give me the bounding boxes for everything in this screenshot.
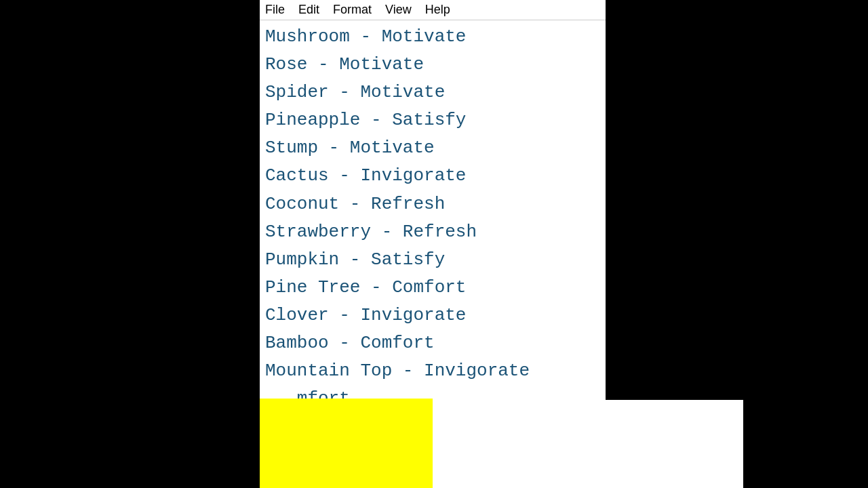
list-item: Mountain Top - Invigorate — [260, 357, 606, 385]
menubar: File Edit Format View Help — [260, 0, 606, 20]
list-item: Bamboo - Comfort — [260, 329, 606, 357]
left-black-panel — [0, 0, 260, 488]
list-item: Pine Tree - Comfort — [260, 274, 606, 302]
list-item: Mushroom - Motivate — [260, 23, 606, 51]
menu-view[interactable]: View — [382, 1, 414, 18]
menu-edit[interactable]: Edit — [296, 1, 322, 18]
list-item: Stump - Motivate — [260, 134, 606, 162]
yellow-highlight-overlay — [260, 399, 433, 488]
list-item: Strawberry - Refresh — [260, 218, 606, 246]
list-item: Rose - Motivate — [260, 51, 606, 79]
menu-format[interactable]: Format — [330, 1, 374, 18]
list-item: Clover - Invigorate — [260, 302, 606, 329]
list-item: Spider - Motivate — [260, 79, 606, 106]
bottom-right-white-area — [431, 400, 743, 488]
list-item: Pumpkin - Satisfy — [260, 246, 606, 274]
list-item: Coconut - Refresh — [260, 190, 606, 218]
list-item: Pineapple - Satisfy — [260, 106, 606, 134]
menu-file[interactable]: File — [262, 1, 288, 18]
list-item: Cactus - Invigorate — [260, 162, 606, 190]
menu-help[interactable]: Help — [422, 1, 453, 18]
